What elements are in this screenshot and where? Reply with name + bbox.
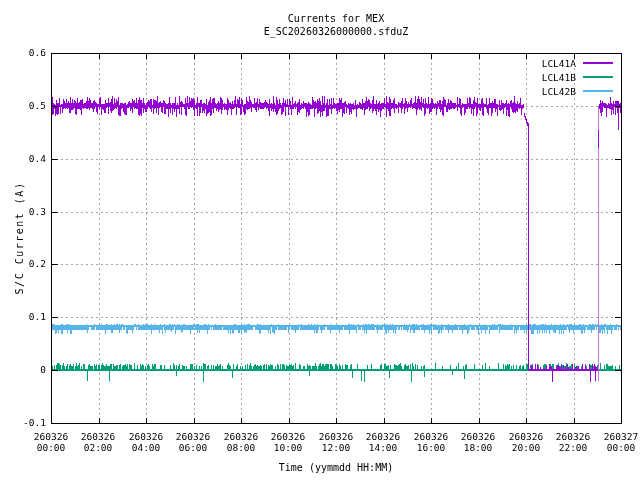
- y-tick-label: 0.4: [0, 153, 46, 165]
- legend-item-lcl41b: LCL41B: [542, 70, 613, 84]
- chart-subtitle: E_SC20260326000000.sfduZ: [264, 26, 409, 37]
- y-tick-label: 0.2: [0, 258, 46, 270]
- gnuplot-figure: Currents for MEX E_SC20260326000000.sfdu…: [0, 0, 640, 480]
- legend-line-sample: [583, 62, 613, 64]
- legend-line-sample: [583, 90, 613, 92]
- chart-title: Currents for MEX: [288, 13, 384, 24]
- legend-item-lcl42b: LCL42B: [542, 84, 613, 98]
- y-tick-label: 0.6: [0, 47, 46, 59]
- x-tick-label: 26032700:00: [591, 431, 640, 453]
- y-tick-label: -0.1: [0, 417, 46, 429]
- y-tick-label: 0.5: [0, 100, 46, 112]
- y-tick-label: 0: [0, 364, 46, 376]
- x-axis-label: Time (yymmdd HH:MM): [279, 462, 393, 473]
- y-axis-label: S/C Current (A): [14, 182, 25, 295]
- legend: LCL41A LCL41B LCL42B: [542, 56, 613, 98]
- legend-item-lcl41a: LCL41A: [542, 56, 613, 70]
- y-tick-label: 0.3: [0, 206, 46, 218]
- legend-line-sample: [583, 76, 613, 78]
- y-tick-label: 0.1: [0, 311, 46, 323]
